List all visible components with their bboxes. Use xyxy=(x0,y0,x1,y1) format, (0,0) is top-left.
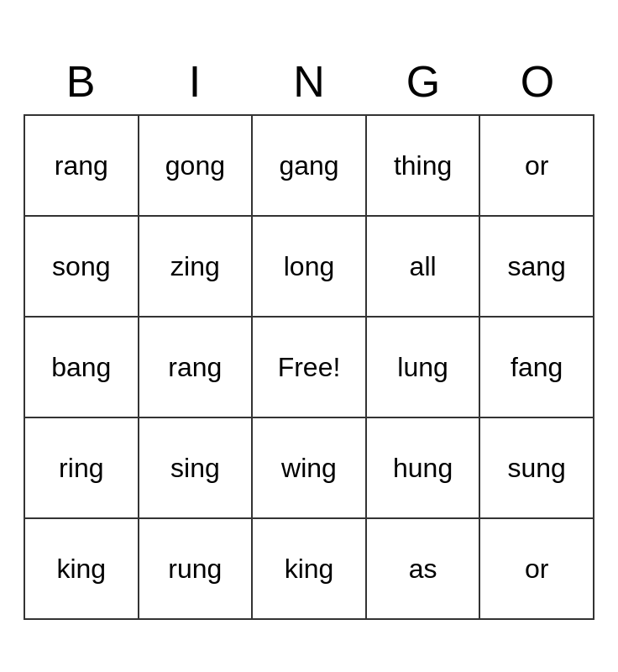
cell-0-0[interactable]: rang xyxy=(25,116,139,217)
cell-3-3[interactable]: hung xyxy=(367,418,481,519)
cell-2-2[interactable]: Free! xyxy=(253,318,367,418)
cell-0-2[interactable]: gang xyxy=(253,116,367,217)
cell-0-4[interactable]: or xyxy=(480,116,594,217)
cell-3-1[interactable]: sing xyxy=(139,418,254,519)
header-o: O xyxy=(480,52,594,111)
header-b: B xyxy=(24,52,138,111)
bingo-header: B I N G O xyxy=(24,52,594,111)
cell-4-3[interactable]: as xyxy=(367,519,481,620)
cell-3-4[interactable]: sung xyxy=(480,418,594,519)
cell-4-1[interactable]: rung xyxy=(139,519,254,620)
header-g: G xyxy=(366,52,480,111)
cell-4-4[interactable]: or xyxy=(480,519,594,620)
cell-0-1[interactable]: gong xyxy=(139,116,254,217)
cell-2-1[interactable]: rang xyxy=(139,318,254,418)
cell-1-0[interactable]: song xyxy=(25,217,139,318)
cell-4-0[interactable]: king xyxy=(25,519,139,620)
cell-0-3[interactable]: thing xyxy=(367,116,481,217)
cell-2-3[interactable]: lung xyxy=(367,318,481,418)
cell-1-1[interactable]: zing xyxy=(139,217,254,318)
cell-3-2[interactable]: wing xyxy=(253,418,367,519)
header-i: I xyxy=(138,52,252,111)
bingo-card: B I N G O rang gong gang thing or song z… xyxy=(24,52,594,620)
cell-1-3[interactable]: all xyxy=(367,217,481,318)
bingo-grid: rang gong gang thing or song zing long a… xyxy=(24,114,594,620)
cell-2-4[interactable]: fang xyxy=(480,318,594,418)
header-n: N xyxy=(252,52,366,111)
cell-1-4[interactable]: sang xyxy=(480,217,594,318)
cell-3-0[interactable]: ring xyxy=(25,418,139,519)
cell-4-2[interactable]: king xyxy=(253,519,367,620)
cell-1-2[interactable]: long xyxy=(253,217,367,318)
cell-2-0[interactable]: bang xyxy=(25,318,139,418)
